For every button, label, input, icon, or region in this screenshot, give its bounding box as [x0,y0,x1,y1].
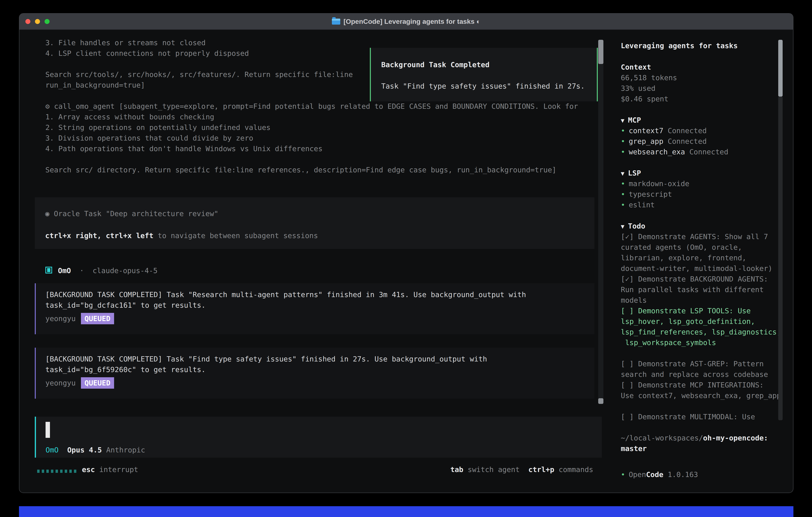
tab-action: switch agent [468,465,520,473]
chevron-down-icon: ▼ [621,170,625,177]
mcp-status: Connected [668,137,707,145]
context-heading: Context [621,62,651,72]
task-message-line1: [BACKGROUND TASK COMPLETED] Task "Find t… [46,354,487,364]
status-dot-icon: • [621,127,625,135]
task-user: yeongyu [46,315,76,323]
title-bar: [OpenCode] Leveraging agents for tasks ◐ [19,13,793,30]
todo-pending-multimodal: [ ] Demonstrate MULTIMODAL: Use [621,411,755,422]
lsp-item: •markdown-oxide [621,178,689,189]
active-model: Opus 4.5 [67,446,102,454]
todo-heading: Todo [628,222,645,230]
todo-section-header[interactable]: ▼Todo [621,221,645,232]
status-dot-icon: • [621,180,625,188]
text-cursor [46,422,50,438]
mcp-item: •websearch_exa Connected [621,146,728,157]
lsp-name: markdown-oxide [629,180,689,188]
main-scrollbar-thumb[interactable] [598,40,603,64]
gear-icon: ⚙ [46,102,50,110]
app-name-prefix: Open [629,470,646,479]
scrollback-search-prompt-2: Search src/ directory. Return specific f… [46,165,556,175]
agent-name: OmO [58,267,71,275]
task-message-meta: yeongyuQUEUED [46,313,114,324]
mcp-status: Connected [689,148,728,156]
task-message-line2: task_id="bg_6f59260c" to get results. [46,364,206,375]
context-spent: $0.46 spent [621,93,668,104]
context-used: 33% used [621,83,655,93]
workspace-path: ~/local-workspaces/oh-my-opencode: [621,433,768,443]
esc-action: interrupt [99,465,138,473]
workspace-branch: master [621,443,647,454]
separator-dot: · [80,267,84,275]
ctrl-p-action: commands [559,465,593,473]
workspace-path-prefix: ~/local-workspaces/ [621,434,703,442]
traffic-lights [25,19,50,24]
agent-omo-icon [46,267,52,273]
mcp-section-header[interactable]: ▼MCP [621,115,641,126]
hint-text: to navigate between subagent sessions [153,232,318,240]
sidebar-scrollbar-thumb[interactable] [778,40,783,97]
mcp-item: •grep_app Connected [621,136,707,146]
tool-call-text: call_omo_agent [subagent_type=explore, p… [54,102,578,110]
model-status-row: OmO Opus 4.5 Anthropic [46,445,145,455]
statusbar-left: esc interrupt [82,464,138,475]
context-tokens: 66,518 tokens [621,72,677,83]
lsp-section-header[interactable]: ▼LSP [621,168,641,179]
task-message-meta: yeongyuQUEUED [46,377,114,389]
active-agent: OmO [46,446,59,454]
target-icon: ◉ [45,210,50,218]
workspace-repo: oh-my-opencode: [703,434,768,442]
app-version: 1.0.163 [668,470,698,479]
todo-active-item: [ ] Demonstrate LSP TOOLS: Use lsp_hover… [621,305,781,348]
lsp-item: •typescript [621,189,672,199]
activity-spinner [37,470,76,473]
lsp-heading: LSP [628,169,641,177]
queued-badge: QUEUED [81,377,114,389]
minimize-button[interactable] [35,19,40,24]
ctrl-p-key: ctrl+p [528,465,554,473]
agent-model: claude-opus-4-5 [92,267,157,275]
mcp-name: grep_app [629,137,663,145]
chevron-down-icon: ▼ [621,223,625,230]
lsp-name: typescript [629,190,672,198]
status-dot-icon: • [621,201,625,209]
sidebar-scrollbar-track[interactable] [778,97,783,420]
status-dot-icon: • [621,148,625,156]
task-message-line2: task_id="bg_dcfac161" to get results. [46,300,206,310]
mcp-name: websearch_exa [629,148,685,156]
mcp-name: context7 [629,127,663,135]
version-row: •OpenCode 1.0.163 [621,469,698,480]
app-window: [OpenCode] Leveraging agents for tasks ◐… [19,13,793,493]
main-scrollbar-track[interactable] [598,40,603,404]
oracle-task-label: Oracle Task "Deep architecture review" [54,210,219,218]
scrollback-leak-list: 3. File handles or streams not closed 4.… [46,37,249,59]
chevron-down-icon: ▼ [621,117,625,124]
hint-keys: ctrl+x right, ctrl+x left [45,232,153,240]
lsp-name: eslint [629,201,655,209]
prompt-input[interactable]: OmO Opus 4.5 Anthropic [35,417,602,458]
main-scrollbar-thumb-bottom[interactable] [598,398,603,404]
oracle-task-hint: ctrl+x right, ctrl+x left to navigate be… [45,230,318,241]
app-name-bold: Code [646,470,663,479]
tab-key: tab [451,465,463,473]
session-title: Leveraging agents for tasks [621,40,738,51]
oracle-task-card[interactable]: ◉ Oracle Task "Deep architecture review"… [35,197,594,249]
toast-title: Background Task Completed [381,59,490,70]
task-message: [BACKGROUND TASK COMPLETED] Task "Find t… [35,348,594,399]
toast-body: Task "Find type safety issues" finished … [381,81,585,91]
agent-session-header[interactable]: OmO · claude-opus-4-5 [58,265,157,276]
queued-badge: QUEUED [81,313,114,324]
mcp-status: Connected [668,127,707,135]
folder-icon [332,19,340,25]
model-provider: Anthropic [106,446,145,454]
background-task-toast[interactable]: Background Task Completed Task "Find typ… [370,48,598,101]
window-title: [OpenCode] Leveraging agents for tasks ◐ [344,18,481,25]
oracle-task-header: ◉ Oracle Task "Deep architecture review" [45,208,219,219]
status-dot-icon: • [621,190,625,198]
task-user: yeongyu [46,379,76,387]
zoom-button[interactable] [45,19,50,24]
close-button[interactable] [25,19,30,24]
status-dot-icon: • [621,137,625,145]
todo-pending-items: [ ] Demonstrate AST-GREP: Pattern search… [621,358,781,401]
status-dot-icon: • [621,470,625,479]
scrollback-search-prompt: Search src/tools/, src/hooks/, src/featu… [46,69,353,90]
